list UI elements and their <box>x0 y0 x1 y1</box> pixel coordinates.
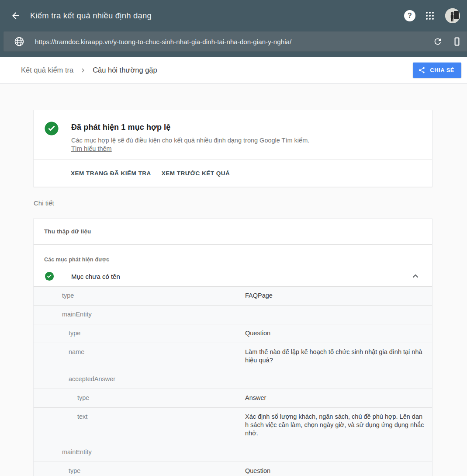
result-description: Các mục hợp lệ sẽ đủ điều kiện cho kết q… <box>71 136 309 145</box>
device-toggle-button[interactable] <box>452 37 462 46</box>
detected-item-row[interactable]: Mục chưa có tên <box>34 266 432 286</box>
property-key: mainEntity <box>34 310 245 319</box>
property-key: type <box>34 467 245 475</box>
result-title: Đã phát hiện 1 mục hợp lệ <box>71 123 309 132</box>
property-value: Làm thế nào để lập kế hoạch tổ chức sinh… <box>245 348 425 365</box>
breadcrumb-current: Câu hỏi thường gặp <box>93 66 157 74</box>
property-value: Question <box>245 329 425 337</box>
url-text[interactable]: https://tramdoc.kiraapp.vn/y-tuong-to-ch… <box>35 38 433 45</box>
property-value: Xác định số lượng khách, ngân sách, chủ … <box>245 413 425 438</box>
property-key: text <box>34 413 245 421</box>
help-icon[interactable]: ? <box>404 10 415 21</box>
app-header: Kiểm tra kết quả nhiều định dạng ? <box>0 0 467 57</box>
chevron-up-icon <box>410 271 421 281</box>
smartphone-icon <box>452 37 462 46</box>
apps-grid-icon[interactable] <box>426 12 445 20</box>
breadcrumb-root-link[interactable]: Kết quả kiểm tra <box>21 66 73 74</box>
result-summary-text: Đã phát hiện 1 mục hợp lệ Các mục hợp lệ… <box>71 120 309 153</box>
share-button[interactable]: CHIA SẺ <box>413 63 461 78</box>
property-key: acceptedAnswer <box>34 375 245 383</box>
back-button[interactable] <box>10 10 21 21</box>
url-bar[interactable]: https://tramdoc.kiraapp.vn/y-tuong-to-ch… <box>3 31 467 52</box>
page-title: Kiểm tra kết quả nhiều định dạng <box>30 11 152 21</box>
refresh-icon <box>433 37 443 46</box>
learn-more-link[interactable]: Tìm hiểu thêm <box>71 145 112 152</box>
globe-icon <box>13 35 25 48</box>
breadcrumb-bar: Kết quả kiểm tra Câu hỏi thường gặp CHIA… <box>0 57 467 84</box>
apps-grid-dots <box>426 12 434 20</box>
table-row: typeFAQPage <box>34 287 432 306</box>
property-value: FAQPage <box>245 292 425 300</box>
result-summary-top: Đã phát hiện 1 mục hợp lệ Các mục hợp lệ… <box>34 110 432 160</box>
property-key: name <box>34 348 245 356</box>
table-row: acceptedAnswer <box>34 370 432 389</box>
view-tested-page-button[interactable]: XEM TRANG ĐÃ KIỂM TRA <box>67 170 155 177</box>
share-icon <box>418 66 425 74</box>
table-row: mainEntity <box>34 306 432 324</box>
collapse-item-button[interactable] <box>410 271 421 281</box>
details-card: Thu thập dữ liệu Các mục phát hiện được … <box>33 218 432 476</box>
avatar-photo <box>445 8 460 23</box>
table-row: mainEntity <box>34 443 432 462</box>
item-valid-check-icon <box>45 271 54 281</box>
result-actions: XEM TRANG ĐÃ KIỂM TRA XEM TRƯỚC KẾT QUẢ <box>34 160 432 187</box>
property-table: typeFAQPagemainEntitytypeQuestionnameLàm… <box>34 286 432 476</box>
share-button-label: CHIA SẺ <box>430 67 454 73</box>
result-summary-card: Đã phát hiện 1 mục hợp lệ Các mục hợp lệ… <box>33 110 432 187</box>
property-key: type <box>34 394 245 402</box>
property-key: type <box>34 292 245 300</box>
crawl-section-header: Thu thập dữ liệu <box>34 219 432 245</box>
property-key: type <box>34 329 245 337</box>
table-row: typeQuestion <box>34 462 432 476</box>
table-row: nameLàm thế nào để lập kế hoạch tổ chức … <box>34 343 432 370</box>
detected-items-header: Các mục phát hiện được <box>34 245 432 266</box>
property-value: Answer <box>245 394 425 402</box>
main-content: Đã phát hiện 1 mục hợp lệ Các mục hợp lệ… <box>0 84 467 476</box>
avatar[interactable] <box>445 8 460 23</box>
top-app-bar: Kiểm tra kết quả nhiều định dạng ? <box>0 0 467 31</box>
property-key: mainEntity <box>34 448 245 456</box>
refresh-button[interactable] <box>433 37 443 46</box>
valid-check-icon <box>44 121 59 136</box>
table-row: textXác định số lượng khách, ngân sách, … <box>34 408 432 443</box>
table-row: typeQuestion <box>34 324 432 343</box>
table-row: typeAnswer <box>34 389 432 408</box>
detected-item-name: Mục chưa có tên <box>71 273 120 280</box>
preview-results-button[interactable]: XEM TRƯỚC KẾT QUẢ <box>158 170 233 177</box>
chevron-right-icon <box>80 67 86 74</box>
details-section-label: Chi tiết <box>34 199 432 207</box>
property-value: Question <box>245 467 425 475</box>
back-arrow-icon <box>10 10 21 21</box>
